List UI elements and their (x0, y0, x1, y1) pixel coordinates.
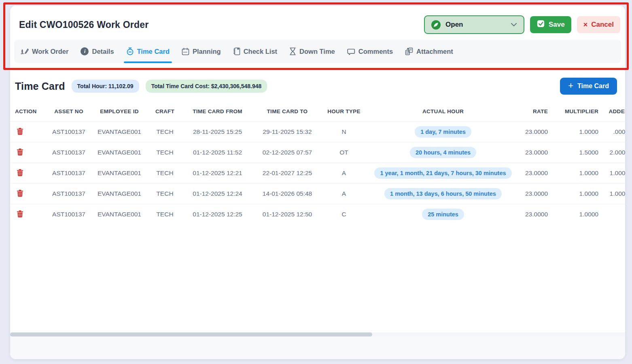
tab-comments[interactable]: Comments (347, 40, 393, 63)
tab-label: Down Time (299, 48, 335, 55)
plus-icon: + (568, 81, 573, 90)
cell-asset-no: AST100137 (47, 163, 91, 183)
horizontal-scrollbar-thumb[interactable] (10, 332, 372, 336)
actual-hour-pill: 25 minutes (422, 209, 464, 220)
tab-label: Time Card (137, 48, 170, 55)
tab-label: Details (92, 48, 114, 55)
tab-details[interactable]: i Details (81, 40, 114, 63)
delete-row-button[interactable] (15, 127, 25, 137)
cell-time-card-to: 14-01-2026 05:48 (253, 183, 322, 204)
cell-time-card-from: 28-11-2025 15:25 (182, 121, 253, 142)
tab-time-card[interactable]: Time Card (126, 40, 170, 63)
trash-icon (17, 192, 23, 198)
cell-multiplier: 1.0000 (550, 121, 601, 142)
cell-hour-type: C (322, 204, 366, 224)
signature-pen-icon (21, 48, 29, 55)
cell-craft: TECH (148, 121, 182, 142)
cell-hour-type: A (322, 183, 366, 204)
cell-hour-type: N (322, 121, 366, 142)
cell-time-card-to: 22-01-2027 12:25 (253, 163, 322, 183)
save-check-icon (537, 19, 545, 30)
section-title: Time Card (15, 80, 65, 92)
cell-employee-id: EVANTAGE001 (91, 142, 148, 163)
cell-adder: 1.0000 (601, 183, 625, 204)
tab-down-time[interactable]: Down Time (289, 40, 335, 63)
cancel-x-icon: × (583, 21, 588, 29)
tab-check-list[interactable]: Check List (233, 40, 277, 63)
total-cost-badge: Total Time Card Cost: $2,430,306,548.948 (146, 80, 267, 93)
cell-time-card-from: 01-12-2025 12:24 (182, 183, 253, 204)
cell-employee-id: EVANTAGE001 (91, 183, 148, 204)
actual-hour-pill: 20 hours, 4 minutes (410, 147, 476, 158)
cell-employee-id: EVANTAGE001 (91, 204, 148, 224)
cell-craft: TECH (148, 142, 182, 163)
cell-rate: 23.0000 (520, 121, 550, 142)
actual-hour-pill: 1 day, 7 minutes (415, 126, 471, 138)
page-title: Edit CWO100526 Work Order (15, 19, 148, 30)
cell-adder: 2.0000 (601, 142, 625, 163)
hourglass-icon (289, 47, 296, 55)
tab-label: Planning (193, 48, 221, 55)
col-header-rate: RATE (520, 102, 550, 121)
time-card-table-viewport: ACTION ASSET NO EMPLOYEE ID CRAFT TIME C… (10, 102, 625, 332)
delete-row-button[interactable] (15, 188, 25, 199)
time-card-section-header: Time Card Total Hour: 11,102.09 Total Ti… (10, 69, 625, 102)
cell-adder (601, 204, 625, 224)
info-icon: i (81, 47, 89, 55)
trash-icon (17, 171, 23, 178)
tab-attachment[interactable]: Attachment (405, 40, 453, 63)
cell-rate: 23.0000 (520, 142, 550, 163)
cell-adder: .0000 (601, 121, 625, 142)
tab-label: Work Order (32, 48, 68, 55)
cell-rate: 23.0000 (520, 183, 550, 204)
delete-row-button[interactable] (15, 209, 25, 220)
delete-row-button[interactable] (15, 147, 25, 158)
notebook-icon (233, 47, 240, 55)
cell-multiplier: 1.0000 (550, 204, 601, 224)
cell-time-card-to: 29-11-2025 15:32 (253, 121, 322, 142)
col-header-employee-id: EMPLOYEE ID (91, 102, 148, 121)
table-row: AST100137 EVANTAGE001 TECH 01-12-2025 12… (10, 183, 625, 204)
col-header-time-card-from: TIME CARD FROM (182, 102, 253, 121)
cell-rate: 23.0000 (520, 204, 550, 224)
cell-time-card-to: 02-12-2025 07:57 (253, 142, 322, 163)
tab-label: Comments (358, 48, 393, 55)
status-dropdown[interactable]: Open (424, 15, 524, 34)
col-header-craft: CRAFT (148, 102, 182, 121)
col-header-hour-type: HOUR TYPE (322, 102, 366, 121)
time-card-table: ACTION ASSET NO EMPLOYEE ID CRAFT TIME C… (10, 102, 625, 224)
cell-asset-no: AST100137 (47, 183, 91, 204)
trash-icon (17, 151, 23, 157)
cell-multiplier: 1.0000 (550, 183, 601, 204)
card-footer (10, 336, 625, 359)
cell-craft: TECH (148, 163, 182, 183)
col-header-time-card-to: TIME CARD TO (253, 102, 322, 121)
cell-multiplier: 1.0000 (550, 163, 601, 183)
cancel-button[interactable]: × Cancel (577, 16, 620, 33)
cell-time-card-from: 01-12-2025 12:21 (182, 163, 253, 183)
cell-craft: TECH (148, 204, 182, 224)
save-label: Save (549, 21, 565, 29)
horizontal-scrollbar-track[interactable] (10, 332, 625, 336)
delete-row-button[interactable] (15, 168, 25, 178)
save-button[interactable]: Save (530, 16, 571, 33)
tab-planning[interactable]: Planning (182, 40, 221, 63)
total-hour-badge: Total Hour: 11,102.09 (72, 80, 139, 93)
cell-employee-id: EVANTAGE001 (91, 163, 148, 183)
actual-hour-pill: 1 year, 1 month, 21 days, 7 hours, 30 mi… (374, 167, 511, 179)
col-header-asset-no: ASSET NO (47, 102, 91, 121)
stopwatch-icon (126, 47, 134, 55)
comment-bubble-icon (347, 48, 355, 55)
tabs-bar: Work Order i Details Time Card Planning … (14, 40, 621, 63)
cell-asset-no: AST100137 (47, 204, 91, 224)
col-header-actual-hour: ACTUAL HOUR (366, 102, 520, 121)
tab-label: Attachment (416, 48, 453, 55)
table-row: AST100137 EVANTAGE001 TECH 01-12-2025 12… (10, 163, 625, 183)
table-row: AST100137 EVANTAGE001 TECH 01-12-2025 12… (10, 204, 625, 224)
cell-rate: 23.0000 (520, 163, 550, 183)
add-time-card-button[interactable]: + Time Card (560, 78, 617, 95)
card-header: Edit CWO100526 Work Order Open Save × (10, 6, 625, 40)
tab-work-order[interactable]: Work Order (21, 40, 68, 63)
cancel-label: Cancel (591, 21, 614, 29)
table-header-row: ACTION ASSET NO EMPLOYEE ID CRAFT TIME C… (10, 102, 625, 121)
